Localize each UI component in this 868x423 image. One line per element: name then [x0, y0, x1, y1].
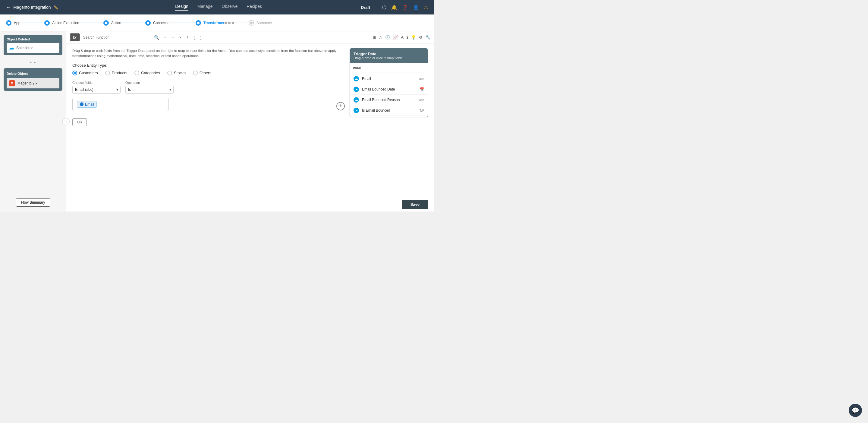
action-card-inner[interactable]: M Magento 2.x — [7, 78, 59, 88]
radio-stocks[interactable]: Stocks — [167, 70, 186, 76]
trigger-item-email-bounced-date[interactable]: ☁ Email Bounced Date 📅 — [350, 84, 428, 95]
sidebar-collapse-button[interactable]: ‹ — [62, 118, 70, 125]
step-summary[interactable]: Summary — [249, 20, 272, 26]
open-paren-op[interactable]: ( — [192, 34, 196, 40]
radio-customers[interactable]: Customers — [72, 70, 98, 76]
trigger-email-name: Email — [362, 77, 415, 81]
trigger-is-email-bounced-type: T/F — [420, 109, 424, 112]
choose-fields-select-wrap: Email (abc) — [72, 86, 121, 93]
step-transformer-label: Transformer — [204, 21, 224, 25]
radio-stocks-outer — [167, 70, 172, 76]
save-button[interactable]: Save — [402, 200, 428, 209]
grid-icon[interactable]: ⊞ — [373, 35, 376, 39]
choose-fields-select[interactable]: Email (abc) — [72, 86, 121, 93]
or-button[interactable]: OR — [72, 118, 87, 126]
flow-summary-button[interactable]: Flow Summary — [16, 198, 50, 207]
radio-categories[interactable]: Categories — [134, 70, 160, 76]
radio-categories-label: Categories — [141, 70, 160, 75]
warning-icon: ⚠ — [424, 4, 428, 10]
email-chip[interactable]: 🔵 Email — [77, 101, 97, 108]
settings2-icon[interactable]: 🔧 — [426, 35, 430, 39]
back-button[interactable]: ← Magento Integration ✏️ — [6, 4, 58, 10]
step-line-1 — [20, 23, 44, 23]
clock-icon[interactable]: 🕐 — [385, 35, 390, 39]
operation-select[interactable]: Is — [125, 86, 174, 93]
step-connection[interactable]: Connection — [145, 20, 172, 26]
operation-group: Operation Is — [125, 81, 174, 93]
action-card: Delete Object ⋮ M Magento 2.x — [4, 68, 62, 91]
bulb-icon[interactable]: 💡 — [411, 35, 416, 39]
formula-bar: fx 🔍 + − × / ( ) ⊞ △ 🕐 📈 A ℹ 💡 ⚙ — [66, 31, 434, 44]
chart-icon[interactable]: △ — [379, 35, 382, 39]
tab-recipes[interactable]: Recipes — [247, 4, 262, 10]
trigger-is-email-bounced-sf-dot: ☁ — [353, 108, 359, 113]
plus-op[interactable]: + — [163, 34, 167, 40]
nav-icons: ⬡ 🔔 ❓ 👤 ⚠ — [382, 4, 428, 10]
trigger-panel-subtitle: Drag & drop or click to map fields — [353, 56, 424, 60]
step-action-execution[interactable]: Action Execution — [44, 20, 79, 26]
line-chart-icon[interactable]: 📈 — [393, 35, 398, 39]
trigger-panel-header: Trigger Data Drag & drop or click to map… — [350, 49, 428, 63]
close-paren-op[interactable]: ) — [199, 34, 203, 40]
operation-label: Operation — [125, 81, 174, 84]
trigger-search-input[interactable] — [353, 65, 425, 70]
action-card-header: Delete Object ⋮ — [7, 70, 59, 76]
magento-label: Magento 2.x — [18, 81, 37, 85]
search-icon: 🔍 — [154, 35, 159, 40]
multiply-op[interactable]: × — [178, 34, 183, 40]
trigger-search-area — [350, 63, 428, 73]
trigger-item-is-email-bounced[interactable]: ☁ Is Email Bounced T/F — [350, 105, 428, 116]
radio-others[interactable]: Others — [193, 70, 211, 76]
trigger-email-bounced-reason-sf-dot: ☁ — [353, 97, 359, 103]
email-chip-icon: 🔵 — [80, 102, 84, 106]
trigger-email-bounced-date-name: Email Bounced Date — [362, 87, 416, 91]
back-arrow-icon: ← — [6, 4, 11, 10]
operation-select-wrap: Is — [125, 86, 174, 93]
settings-icon[interactable]: ⚙ — [419, 35, 423, 39]
bell-icon[interactable]: 🔔 — [391, 4, 397, 10]
instruction-text: Drag & drop or click fields from the Tri… — [72, 48, 345, 59]
formula-operators: + − × / ( ) — [163, 34, 203, 40]
text-icon[interactable]: A — [401, 35, 404, 39]
divide-op[interactable]: / — [186, 34, 189, 40]
radio-products[interactable]: Products — [105, 70, 127, 76]
minus-op[interactable]: − — [170, 34, 175, 40]
radio-customers-outer — [72, 70, 77, 76]
action-more-button[interactable]: ⋮ — [55, 70, 59, 76]
step-action-label: Action — [111, 21, 121, 25]
step-action-circle — [103, 20, 109, 26]
step-line-3 — [121, 23, 145, 23]
choose-fields-group: Choose fields Email (abc) — [72, 81, 121, 93]
step-app-label: App — [14, 21, 20, 25]
filter-value-box: 🔵 Email — [72, 98, 169, 111]
trigger-data-panel: Trigger Data Drag & drop or click to map… — [350, 48, 428, 117]
bottom-bar: Save — [66, 197, 434, 212]
step-app[interactable]: App — [6, 20, 20, 26]
step-action[interactable]: Action — [103, 20, 121, 26]
help-icon[interactable]: ❓ — [402, 4, 408, 10]
add-condition-button[interactable]: + — [336, 102, 345, 110]
tab-observe[interactable]: Observe — [221, 4, 238, 10]
user-icon[interactable]: 👤 — [413, 4, 419, 10]
trigger-card-inner[interactable]: ☁ Salesforce — [7, 43, 59, 53]
draft-status: Draft — [361, 5, 370, 10]
export-icon[interactable]: ⬡ — [382, 4, 386, 10]
radio-customers-label: Customers — [79, 70, 98, 75]
trigger-item-email[interactable]: ☁ Email abc — [350, 74, 428, 84]
search-function-input[interactable] — [82, 34, 160, 41]
fx-button[interactable]: fx — [70, 33, 80, 41]
trigger-email-bounced-reason-name: Email Bounced Reason — [362, 98, 415, 102]
step-line-4 — [172, 23, 195, 23]
step-connection-circle — [145, 20, 151, 26]
main-layout: Object Deleted ☁ Salesforce ⌄⌄ Delete Ob… — [0, 31, 434, 212]
flow-chevrons: ⌄⌄ — [4, 58, 62, 66]
radio-products-label: Products — [112, 70, 127, 75]
tab-manage[interactable]: Manage — [197, 4, 213, 10]
info-icon[interactable]: ℹ — [407, 35, 408, 39]
step-transformer[interactable]: Transformer — [195, 20, 224, 26]
tab-design[interactable]: Design — [175, 4, 188, 10]
calendar-icon: 📅 — [420, 87, 424, 91]
top-navigation: ← Magento Integration ✏️ Design Manage O… — [0, 0, 434, 15]
step-summary-circle — [249, 20, 254, 26]
trigger-item-email-bounced-reason[interactable]: ☁ Email Bounced Reason abc — [350, 95, 428, 105]
